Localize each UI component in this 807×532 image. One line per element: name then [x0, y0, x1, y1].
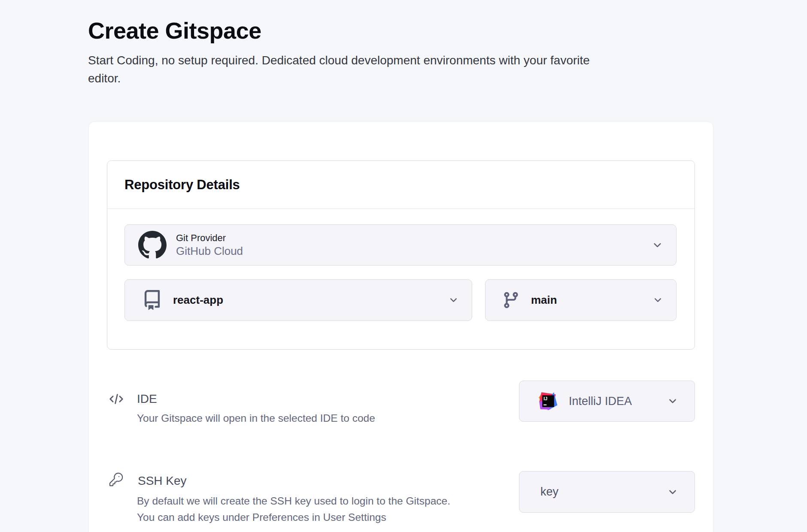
repository-details-body: Git Provider GitHub Cloud r [107, 209, 695, 349]
gitspace-form-card: Repository Details Git Provider GitHub C… [88, 121, 713, 532]
create-gitspace-page: Create Gitspace Start Coding, no setup r… [0, 0, 807, 532]
branch-value: main [531, 293, 557, 307]
ssh-key-description: By default we will create the SSH key us… [137, 493, 450, 526]
git-provider-text: Git Provider GitHub Cloud [176, 232, 243, 258]
chevron-down-icon [667, 487, 678, 498]
page-subtitle-line-2: editor. [88, 70, 715, 88]
repo-icon [142, 290, 162, 310]
ssh-key-select[interactable]: key [519, 471, 695, 513]
branch-select[interactable]: main [485, 279, 677, 321]
page-subtitle-line-1: Start Coding, no setup required. Dedicat… [88, 51, 715, 70]
page-header: Create Gitspace Start Coding, no setup r… [88, 17, 715, 88]
page-title: Create Gitspace [88, 17, 715, 44]
code-icon [108, 393, 124, 405]
repo-branch-row: react-app main [124, 279, 677, 321]
ssh-key-description-line-1: By default we will create the SSH key us… [137, 493, 450, 509]
repository-value: react-app [173, 293, 223, 307]
git-provider-value: GitHub Cloud [176, 245, 243, 258]
chevron-down-icon [667, 396, 678, 407]
chevron-down-icon [652, 239, 663, 251]
page-subtitle: Start Coding, no setup required. Dedicat… [88, 51, 715, 88]
repository-select[interactable]: react-app [124, 279, 472, 321]
ide-label: IDE [137, 392, 157, 406]
git-provider-select[interactable]: Git Provider GitHub Cloud [124, 224, 677, 266]
chevron-down-icon [448, 295, 459, 305]
ide-description: Your Gitspace will open in the selected … [137, 410, 375, 426]
ssh-key-selected-value: key [540, 485, 558, 499]
git-provider-label: Git Provider [176, 232, 243, 244]
repository-details-card: Repository Details Git Provider GitHub C… [107, 160, 695, 350]
github-icon [138, 231, 167, 259]
git-branch-icon [502, 291, 520, 309]
chevron-down-icon [652, 295, 663, 305]
svg-text:IJ: IJ [543, 396, 547, 401]
ide-selected-value: IntelliJ IDEA [569, 395, 632, 408]
intellij-idea-icon: IJ [539, 392, 558, 411]
repository-details-header: Repository Details [107, 161, 695, 209]
ide-select[interactable]: IJ IntelliJ IDEA [519, 381, 695, 422]
ssh-key-label: SSH Key [138, 474, 187, 488]
repository-details-heading: Repository Details [124, 177, 240, 193]
key-icon [109, 472, 124, 487]
ssh-key-description-line-2: You can add keys under Preferences in Us… [137, 509, 450, 526]
